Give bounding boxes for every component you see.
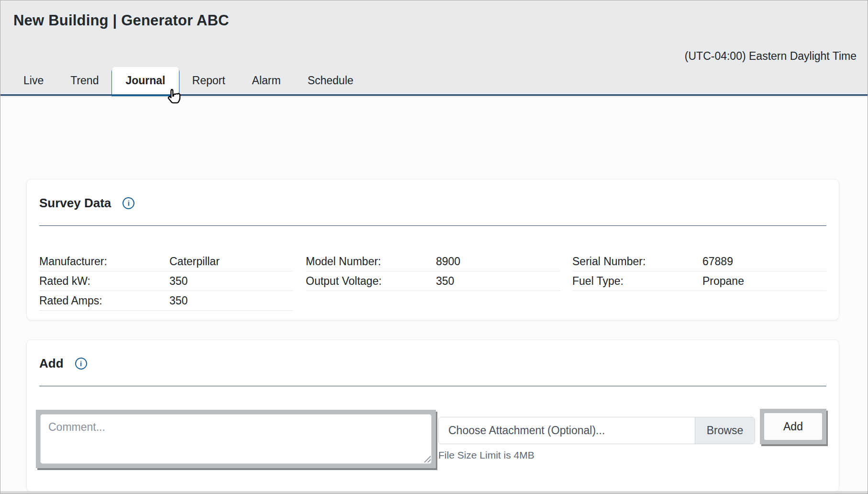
browse-button[interactable]: Browse bbox=[695, 417, 755, 444]
field-label: Output Voltage: bbox=[306, 275, 436, 288]
card-divider bbox=[39, 225, 826, 226]
add-button-highlight-frame: Add bbox=[760, 409, 826, 444]
field-value: 67889 bbox=[702, 255, 733, 268]
field-label: Fuel Type: bbox=[572, 275, 702, 288]
field-value: 350 bbox=[436, 275, 454, 288]
info-icon[interactable]: i bbox=[122, 197, 134, 209]
field-value: 350 bbox=[169, 294, 188, 307]
field-model-number: Model Number: 8900 bbox=[306, 252, 560, 271]
add-button[interactable]: Add bbox=[764, 413, 822, 440]
tab-schedule[interactable]: Schedule bbox=[294, 67, 367, 94]
field-output-voltage: Output Voltage: 350 bbox=[306, 271, 560, 291]
window-bottom-edge bbox=[0, 491, 868, 494]
field-rated-amps: Rated Amps: 350 bbox=[39, 291, 293, 311]
field-serial-number: Serial Number: 67889 bbox=[572, 252, 826, 271]
hand-cursor-icon bbox=[164, 87, 183, 109]
survey-column-1: Manufacturer: Caterpillar Rated kW: 350 … bbox=[39, 252, 293, 311]
add-card-title: Add bbox=[39, 356, 64, 371]
field-value: Propane bbox=[702, 275, 744, 288]
info-icon[interactable]: i bbox=[75, 358, 87, 370]
tab-alarm[interactable]: Alarm bbox=[239, 67, 294, 94]
field-manufacturer: Manufacturer: Caterpillar bbox=[39, 252, 293, 271]
attachment-group: Choose Attachment (Optional)... Browse F… bbox=[438, 417, 755, 461]
field-label: Serial Number: bbox=[572, 255, 702, 268]
attachment-placeholder: Choose Attachment (Optional)... bbox=[439, 417, 695, 444]
tab-report[interactable]: Report bbox=[179, 67, 239, 94]
field-rated-kw: Rated kW: 350 bbox=[39, 271, 293, 291]
timezone-label: (UTC-04:00) Eastern Daylight Time bbox=[685, 50, 857, 63]
journal-tab-content: Survey Data i Manufacturer: Caterpillar … bbox=[0, 97, 868, 494]
field-label: Manufacturer: bbox=[39, 255, 169, 268]
add-journal-card: Add i Choose Attachment (Optional)... Br… bbox=[26, 339, 839, 492]
field-label: Rated Amps: bbox=[39, 294, 169, 307]
field-fuel-type: Fuel Type: Propane bbox=[572, 271, 826, 291]
field-value: 8900 bbox=[436, 255, 460, 268]
file-size-hint: File Size Limit is 4MB bbox=[438, 449, 755, 461]
survey-column-3: Serial Number: 67889 Fuel Type: Propane bbox=[572, 252, 826, 311]
comment-input[interactable] bbox=[40, 414, 432, 464]
field-value: 350 bbox=[169, 275, 188, 288]
tab-trend[interactable]: Trend bbox=[57, 67, 112, 94]
survey-column-2: Model Number: 8900 Output Voltage: 350 bbox=[306, 252, 560, 311]
card-divider bbox=[39, 386, 826, 386]
tab-live[interactable]: Live bbox=[10, 67, 57, 94]
field-label: Rated kW: bbox=[39, 275, 169, 288]
survey-data-title: Survey Data bbox=[39, 196, 111, 211]
app-window: New Building | Generator ABC (UTC-04:00)… bbox=[0, 0, 868, 494]
attachment-file-input[interactable]: Choose Attachment (Optional)... Browse bbox=[438, 417, 755, 444]
page-title: New Building | Generator ABC bbox=[13, 12, 229, 29]
survey-fields: Manufacturer: Caterpillar Rated kW: 350 … bbox=[39, 252, 826, 311]
field-label: Model Number: bbox=[306, 255, 436, 268]
tab-bar: Live Trend Journal Report Alarm Schedule bbox=[0, 67, 868, 96]
comment-highlight-frame bbox=[36, 410, 436, 468]
add-form-row: Choose Attachment (Optional)... Browse F… bbox=[39, 410, 826, 468]
field-value: Caterpillar bbox=[169, 255, 220, 268]
survey-data-card: Survey Data i Manufacturer: Caterpillar … bbox=[26, 179, 839, 320]
